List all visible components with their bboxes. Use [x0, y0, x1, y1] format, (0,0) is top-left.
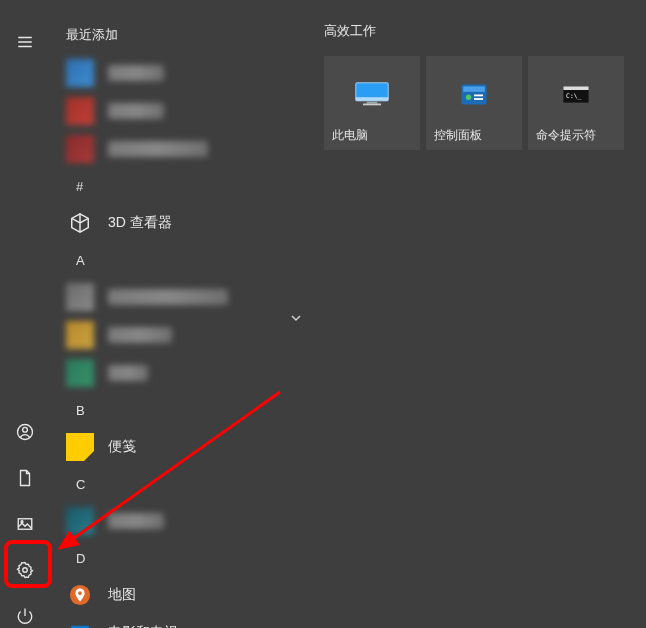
- svg-point-9: [78, 591, 82, 595]
- svg-rect-15: [363, 103, 381, 105]
- letter-header-c[interactable]: C: [60, 466, 302, 502]
- cube-icon: [66, 209, 94, 237]
- tile-label: 控制面板: [434, 127, 482, 144]
- tile-label: 此电脑: [332, 127, 368, 144]
- app-label: 便笺: [108, 438, 136, 456]
- picture-icon: [16, 515, 34, 537]
- app-icon: [66, 283, 94, 311]
- app-c-1[interactable]: [60, 502, 302, 540]
- app-a-2[interactable]: [60, 316, 302, 354]
- app-movies-tv[interactable]: 电影和电视: [60, 614, 302, 628]
- letter-header-b[interactable]: B: [60, 392, 302, 428]
- app-3d-viewer[interactable]: 3D 查看器: [60, 204, 302, 242]
- app-label-redacted: [108, 103, 164, 119]
- svg-point-6: [21, 521, 23, 523]
- pictures-button[interactable]: [0, 504, 50, 548]
- svg-rect-22: [563, 86, 588, 90]
- tile-label: 命令提示符: [536, 127, 596, 144]
- svg-rect-14: [367, 101, 378, 103]
- app-a-3[interactable]: [60, 354, 302, 392]
- app-icon: [66, 507, 94, 535]
- movies-icon: [66, 619, 94, 628]
- sticky-note-icon: [66, 433, 94, 461]
- app-label: 地图: [108, 586, 136, 604]
- user-button[interactable]: [0, 412, 50, 456]
- svg-point-7: [23, 568, 28, 573]
- menu-button[interactable]: [0, 22, 50, 66]
- svg-text:C:\_: C:\_: [566, 92, 581, 100]
- letter-header-d[interactable]: D: [60, 540, 302, 576]
- app-icon: [66, 135, 94, 163]
- svg-point-4: [23, 427, 28, 432]
- terminal-icon: C:\_: [558, 80, 594, 108]
- left-rail: [0, 0, 50, 628]
- app-a-1[interactable]: [60, 278, 302, 316]
- documents-button[interactable]: [0, 458, 50, 502]
- app-label-redacted: [108, 141, 208, 157]
- app-icon: [66, 359, 94, 387]
- app-list: 最近添加 # 3D 查看器 A B: [60, 22, 302, 628]
- app-icon: [66, 59, 94, 87]
- power-icon: [16, 607, 34, 628]
- recently-added-header: 最近添加: [60, 22, 302, 54]
- app-sticky-notes[interactable]: 便笺: [60, 428, 302, 466]
- tile-control-panel[interactable]: 控制面板: [426, 56, 522, 150]
- app-label-redacted: [108, 365, 148, 381]
- tile-row: 此电脑 控制面板 C:\_ 命令提示符: [324, 56, 624, 150]
- app-recent-1[interactable]: [60, 54, 302, 92]
- app-label: 电影和电视: [108, 624, 178, 628]
- power-button[interactable]: [0, 596, 50, 628]
- app-maps[interactable]: 地图: [60, 576, 302, 614]
- tile-this-pc[interactable]: 此电脑: [324, 56, 420, 150]
- app-label: 3D 查看器: [108, 214, 172, 232]
- document-icon: [16, 469, 34, 491]
- app-label-redacted: [108, 65, 164, 81]
- svg-rect-20: [474, 98, 483, 100]
- app-icon: [66, 97, 94, 125]
- svg-rect-19: [474, 94, 483, 96]
- app-icon: [66, 321, 94, 349]
- letter-header-a[interactable]: A: [60, 242, 302, 278]
- user-icon: [16, 423, 34, 445]
- letter-header-hash[interactable]: #: [60, 168, 302, 204]
- svg-rect-13: [356, 97, 388, 101]
- tile-group-header[interactable]: 高效工作: [324, 22, 376, 40]
- chevron-down-icon[interactable]: [290, 310, 302, 322]
- monitor-icon: [354, 80, 390, 108]
- control-panel-icon: [456, 80, 492, 108]
- app-label-redacted: [108, 513, 164, 529]
- settings-button[interactable]: [0, 550, 50, 594]
- map-pin-icon: [66, 581, 94, 609]
- hamburger-icon: [16, 33, 34, 55]
- svg-rect-17: [463, 86, 485, 91]
- tile-cmd[interactable]: C:\_ 命令提示符: [528, 56, 624, 150]
- svg-point-18: [466, 94, 471, 99]
- app-label-redacted: [108, 289, 228, 305]
- app-recent-2[interactable]: [60, 92, 302, 130]
- app-recent-3[interactable]: [60, 130, 302, 168]
- app-label-redacted: [108, 327, 172, 343]
- svg-rect-5: [18, 519, 32, 530]
- gear-icon: [16, 561, 34, 583]
